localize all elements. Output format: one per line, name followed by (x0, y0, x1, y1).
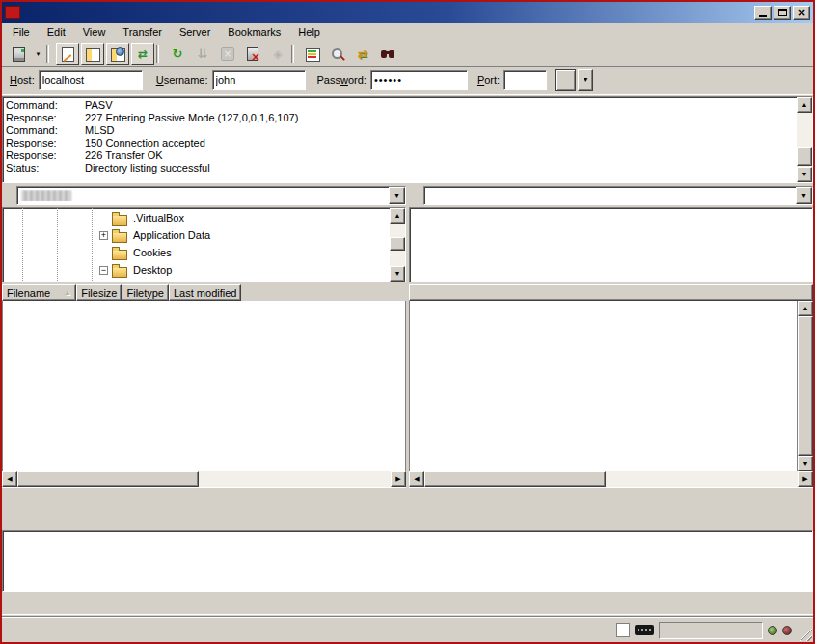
redacted-username (21, 190, 71, 201)
log-line: Response: 226 Transfer OK (6, 149, 797, 162)
scroll-down-icon[interactable]: ▼ (797, 167, 812, 182)
remote-vscrollbar[interactable]: ▲ ▼ (798, 301, 813, 471)
scrollbar-thumb[interactable] (17, 471, 199, 487)
expand-icon[interactable]: + (99, 231, 108, 240)
menu-item[interactable]: View (74, 24, 115, 40)
remote-file-list (409, 301, 798, 471)
local-tree-scrollbar[interactable]: ▲ ▼ (390, 208, 405, 282)
menu-item[interactable]: Bookmarks (219, 24, 289, 40)
toggle-transfer-queue-button[interactable] (131, 43, 154, 65)
directory-comparison-button[interactable] (301, 43, 324, 65)
toolbar-button[interactable] (46, 43, 54, 65)
queue-list (2, 530, 813, 592)
collapse-icon[interactable]: − (99, 266, 108, 275)
local-selection-status (2, 487, 406, 507)
log-line: Response: 150 Connection accepted (6, 137, 797, 149)
title-bar[interactable]: × (2, 2, 813, 23)
menu-item[interactable]: Edit (39, 24, 74, 40)
column-header[interactable]: Filename▲ (2, 284, 76, 301)
site-manager-dropdown-button[interactable] (32, 43, 44, 65)
toggle-remote-tree-button[interactable] (106, 43, 129, 65)
toggle-message-log-icon (60, 46, 75, 62)
menu-item[interactable]: Transfer (114, 24, 171, 40)
tree-item[interactable]: + Application Data (3, 227, 390, 244)
log-line: Command: PASV (6, 99, 797, 112)
queue-tabs (2, 592, 813, 617)
quickconnect-dropdown-button[interactable]: ▼ (578, 69, 593, 91)
scrollbar-thumb[interactable] (798, 316, 813, 456)
username-input[interactable] (212, 70, 306, 90)
log-scrollbar[interactable]: ▲ ▼ (797, 97, 812, 182)
filename-filters-button[interactable] (326, 43, 349, 65)
reconnect-button (266, 43, 289, 65)
maximize-icon (778, 9, 787, 16)
chevron-down-icon: ▼ (394, 192, 400, 199)
queue-splitter[interactable] (2, 507, 813, 514)
scroll-down-icon[interactable]: ▼ (390, 266, 405, 282)
local-hscrollbar[interactable]: ◀ ▶ (2, 471, 406, 487)
process-queue-button (191, 43, 214, 65)
chevron-down-icon: ▼ (801, 192, 807, 199)
datatype-indicator-icon (616, 623, 630, 637)
scroll-right-icon[interactable]: ▶ (798, 471, 813, 487)
scroll-up-icon[interactable]: ▲ (797, 97, 812, 113)
toggle-message-log-button[interactable] (56, 43, 79, 65)
synchronized-browsing-icon (355, 46, 370, 62)
remote-site-combobox[interactable]: ▼ (423, 186, 813, 205)
toolbar-button[interactable] (156, 43, 164, 65)
disconnect-icon (245, 46, 260, 62)
tree-item[interactable]: − Desktop (3, 261, 390, 279)
menu-item[interactable]: Server (171, 24, 219, 40)
local-site-label (2, 193, 14, 199)
scroll-up-icon[interactable]: ▲ (390, 208, 405, 224)
scrollbar-thumb[interactable] (390, 237, 405, 251)
toggle-local-tree-button[interactable] (81, 43, 104, 65)
queue-status (659, 622, 763, 639)
toolbar-button[interactable] (291, 43, 299, 65)
column-header[interactable]: Filetype▲ (122, 284, 169, 301)
folder-icon (112, 228, 127, 242)
folder-icon (112, 263, 127, 277)
synchronized-browsing-button[interactable] (351, 43, 374, 65)
log-line: Response: 227 Entering Passive Mode (127… (6, 112, 797, 124)
tree-item[interactable]: .VirtualBox (3, 209, 390, 227)
scrollbar-thumb[interactable] (797, 147, 812, 166)
close-button[interactable]: × (793, 6, 810, 20)
combo-dropdown-button[interactable]: ▼ (389, 187, 405, 204)
site-manager-button[interactable] (7, 43, 30, 65)
quickconnect-button[interactable] (555, 69, 576, 91)
local-list-header: Filename▲Filesize▲Filetype▲Last modified… (2, 284, 406, 301)
scroll-down-icon[interactable]: ▼ (798, 456, 813, 471)
local-site-combobox[interactable]: ▼ (16, 186, 406, 205)
speedlimit-indicator-icon (635, 625, 654, 635)
password-input[interactable] (370, 70, 468, 90)
menu-item[interactable]: Help (289, 24, 329, 40)
scroll-left-icon[interactable]: ◀ (409, 471, 424, 487)
maximize-button[interactable] (774, 6, 791, 20)
scroll-right-icon[interactable]: ▶ (391, 471, 406, 487)
host-input[interactable] (39, 70, 143, 90)
refresh-button[interactable] (166, 43, 189, 65)
disconnect-button[interactable] (241, 43, 264, 65)
combo-dropdown-button[interactable]: ▼ (796, 187, 812, 204)
tree-item[interactable]: Cookies (3, 244, 390, 261)
toggle-transfer-queue-icon (135, 46, 150, 62)
remote-directory-tree (410, 208, 812, 282)
minimize-button[interactable] (754, 6, 772, 20)
remote-hscrollbar[interactable]: ◀ ▶ (409, 471, 813, 487)
find-files-button[interactable] (376, 43, 399, 65)
resize-grip[interactable] (799, 628, 812, 641)
column-header[interactable]: Last modified▲ (169, 284, 241, 301)
send-activity-led-icon (782, 626, 792, 635)
queue-header (2, 514, 813, 530)
refresh-icon (170, 46, 185, 62)
close-icon: × (797, 7, 806, 18)
port-input[interactable] (503, 70, 547, 90)
log-line: Status: Directory listing successful (6, 162, 797, 174)
column-header[interactable]: Filesize▲ (76, 284, 122, 301)
scroll-up-icon[interactable]: ▲ (798, 301, 813, 316)
chevron-down-icon: ▼ (583, 76, 589, 83)
scroll-left-icon[interactable]: ◀ (2, 471, 17, 487)
menu-item[interactable]: File (4, 24, 39, 40)
scrollbar-thumb[interactable] (424, 471, 606, 487)
